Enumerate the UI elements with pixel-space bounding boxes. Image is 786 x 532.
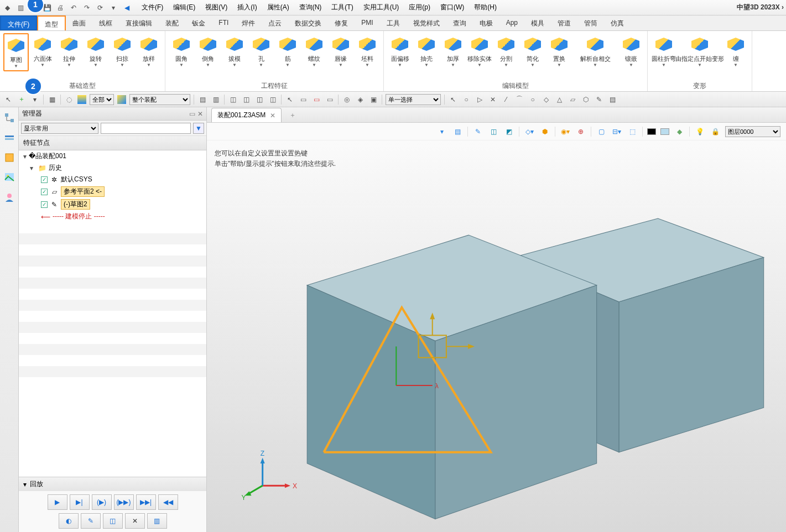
grid-icon[interactable]: ▦ <box>47 95 57 105</box>
ribbon-tab[interactable]: 线框 <box>92 15 119 30</box>
search-input[interactable] <box>101 123 191 134</box>
filter-select-3[interactable]: 单一选择 <box>386 94 441 105</box>
tool-icon[interactable]: ✎ <box>594 95 604 105</box>
menu-item[interactable]: 文件(F) <box>137 1 168 14</box>
box-icon[interactable] <box>3 152 15 164</box>
color-swatch[interactable] <box>660 128 669 135</box>
rewind-button[interactable]: ◀◀ <box>158 494 178 510</box>
filter-select-1[interactable]: 全部 <box>90 94 114 105</box>
new-icon[interactable]: ▥ <box>15 3 25 13</box>
ff2-button[interactable]: (▶▶) <box>114 494 134 510</box>
print-icon[interactable]: 🖨 <box>55 3 65 13</box>
ribbon-button[interactable]: 六面体▼ <box>30 33 55 69</box>
ribbon-tab[interactable]: 视觉样式 <box>407 15 446 30</box>
ribbon-button[interactable]: 圆柱折弯▼ <box>651 33 676 69</box>
ribbon-tab[interactable]: 焊件 <box>235 15 262 30</box>
bulb-icon[interactable]: 💡 <box>694 126 705 137</box>
tool-icon[interactable]: ◫ <box>268 95 278 105</box>
ribbon-tab[interactable]: 模具 <box>524 15 551 30</box>
ribbon-button[interactable]: 草图▼ <box>3 33 29 71</box>
ribbon-button[interactable]: 移除实体▼ <box>467 33 492 69</box>
ribbon-tab[interactable]: 点云 <box>262 15 288 30</box>
tool-icon[interactable]: ⬡ <box>581 95 591 105</box>
ribbon-tab[interactable]: 装配 <box>159 15 185 30</box>
ribbon-button[interactable]: 圆角▼ <box>169 33 194 69</box>
ribbon-button[interactable]: 放样▼ <box>136 33 162 69</box>
ribbon-button[interactable]: 加厚▼ <box>440 33 466 69</box>
menu-item[interactable]: 应用(p) <box>404 1 435 14</box>
cube-icon[interactable] <box>117 95 126 104</box>
drop-icon[interactable]: ▾ <box>30 95 40 105</box>
redo-icon[interactable]: ↷ <box>82 3 92 13</box>
tree-item-sketch[interactable]: ✓✎(-)草图2 <box>19 198 206 211</box>
tool-icon[interactable]: ↖ <box>448 95 458 105</box>
display-filter-select[interactable]: 显示常用 <box>21 123 98 134</box>
user-icon[interactable] <box>3 191 15 204</box>
ribbon-button[interactable]: 扫掠▼ <box>110 33 135 69</box>
view-tool-icon[interactable]: ✎ <box>472 126 483 137</box>
pbtool-button[interactable]: ◫ <box>103 513 123 529</box>
minimize-icon[interactable]: ▭ <box>189 110 195 118</box>
ribbon-button[interactable]: 拉伸▼ <box>56 33 82 69</box>
ribbon-tab[interactable]: 工具 <box>380 15 407 30</box>
view-tool-icon[interactable]: ▢ <box>596 126 607 137</box>
tool-icon[interactable]: ◫ <box>254 95 264 105</box>
prev-icon[interactable]: ◀ <box>122 3 132 13</box>
tool-icon[interactable]: ▱ <box>568 95 577 105</box>
tool-icon[interactable]: ▷ <box>475 95 485 105</box>
tool-icon[interactable]: ○ <box>528 95 538 105</box>
image-icon[interactable] <box>3 171 15 184</box>
lock-icon[interactable]: 🔒 <box>710 126 721 137</box>
menu-item[interactable]: 帮助(H) <box>470 1 501 14</box>
play-button[interactable]: ▶ <box>48 494 67 510</box>
menu-item[interactable]: 视图(V) <box>201 1 232 14</box>
ribbon-button[interactable]: 倒角▼ <box>195 33 221 69</box>
menu-item[interactable]: 实用工具(U) <box>359 1 404 14</box>
tree-root[interactable]: ▾�品装配001 <box>19 150 206 162</box>
tool-icon[interactable]: ◇ <box>541 95 551 105</box>
ribbon-button[interactable]: 镶嵌▼ <box>618 33 644 69</box>
menu-item[interactable]: 窗口(W) <box>436 1 469 14</box>
ribbon-tab[interactable]: App <box>499 15 524 30</box>
tool-icon[interactable]: ◈ <box>355 95 365 105</box>
close-icon[interactable]: ✕ <box>197 110 203 118</box>
pbtool-button[interactable]: ▥ <box>147 513 167 529</box>
ribbon-button[interactable]: 面偏移▼ <box>387 33 413 69</box>
tool-icon[interactable]: ⌒ <box>514 95 524 105</box>
refresh-icon[interactable]: ⟳ <box>95 3 105 13</box>
menu-item[interactable]: 查询(N) <box>295 1 326 14</box>
view-tool-icon[interactable]: ◫ <box>488 126 499 137</box>
ribbon-tab[interactable]: 修复 <box>328 15 355 30</box>
menu-item[interactable]: 工具(T) <box>327 1 357 14</box>
ribbon-tab[interactable]: 钣金 <box>185 15 212 30</box>
ribbon-tab[interactable]: 直接编辑 <box>119 15 159 30</box>
view-tool-icon[interactable]: ⊕ <box>575 126 586 137</box>
ribbon-tab[interactable]: 造型 <box>37 15 66 30</box>
view-tool-icon[interactable]: ▾ <box>436 126 447 137</box>
ribbon-button[interactable]: 置换▼ <box>546 33 572 69</box>
ribbon-button[interactable]: 分割▼ <box>493 33 519 69</box>
view-tool-icon[interactable]: ◩ <box>503 126 514 137</box>
tree-history[interactable]: ▾📁历史 <box>19 162 206 174</box>
color-swatch[interactable] <box>647 128 656 135</box>
ribbon-button[interactable]: 坯料▼ <box>355 33 380 69</box>
ribbon-tab[interactable]: 数据交换 <box>288 15 328 30</box>
close-tab-icon[interactable]: ✕ <box>270 112 275 119</box>
add-tab-button[interactable]: ＋ <box>285 108 300 122</box>
ribbon-tab[interactable]: FTI <box>212 15 235 30</box>
tool-icon[interactable]: ▣ <box>368 95 378 105</box>
ribbon-button[interactable]: 由指定点开始变形▼ <box>678 33 722 69</box>
layers-icon[interactable] <box>3 132 15 144</box>
pbtool-delete-button[interactable]: ✕ <box>125 513 145 529</box>
tool-icon[interactable]: ◫ <box>228 95 238 105</box>
tool-icon[interactable]: ◫ <box>241 95 251 105</box>
tool-icon[interactable]: ▤ <box>197 95 207 105</box>
tool-icon[interactable]: ↖ <box>285 95 295 105</box>
plus-icon[interactable]: ＋ <box>17 95 27 105</box>
menu-item[interactable]: 插入(I) <box>233 1 261 14</box>
menu-item[interactable]: 编辑(E) <box>169 1 200 14</box>
step-button[interactable]: ▶| <box>70 494 90 510</box>
tree-item-plane[interactable]: ✓▱参考平面2 <- <box>19 185 206 198</box>
view-tool-icon[interactable]: ⬢ <box>539 126 550 137</box>
ribbon-tab[interactable]: PMI <box>355 15 379 30</box>
